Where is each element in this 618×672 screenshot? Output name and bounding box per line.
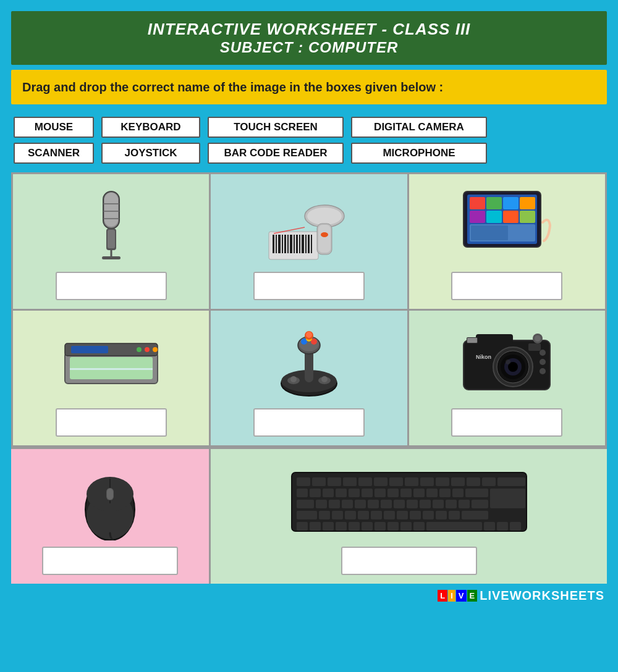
keyboard-icon: [286, 460, 533, 540]
joystick-icon: [269, 322, 349, 402]
svg-rect-127: [433, 500, 444, 508]
svg-rect-101: [497, 477, 525, 486]
svg-rect-37: [486, 211, 502, 223]
watermark-text: LIVEWORKSHEETS: [480, 589, 604, 603]
svg-rect-1: [104, 193, 118, 227]
svg-rect-74: [467, 338, 477, 343]
joystick-image-area: [269, 322, 349, 402]
svg-rect-20: [302, 235, 304, 253]
cell-keyboard: [211, 449, 607, 584]
svg-rect-137: [371, 511, 382, 519]
svg-rect-125: [407, 500, 418, 508]
svg-rect-15: [287, 235, 289, 253]
svg-rect-150: [362, 522, 373, 531]
drop-box-touchscreen[interactable]: [451, 272, 562, 300]
svg-rect-103: [310, 489, 321, 497]
svg-rect-110: [400, 489, 412, 497]
mouse-image-area: [70, 460, 150, 540]
svg-rect-95: [405, 477, 418, 486]
svg-rect-32: [470, 197, 485, 209]
svg-rect-124: [394, 500, 405, 508]
svg-rect-11: [276, 235, 277, 253]
svg-rect-89: [312, 477, 326, 486]
live-l: L: [438, 590, 447, 602]
svg-rect-97: [436, 477, 449, 486]
svg-rect-93: [374, 477, 387, 486]
svg-rect-142: [436, 511, 447, 519]
word-scanner[interactable]: SCANNER: [14, 143, 94, 164]
live-e: E: [467, 590, 478, 602]
svg-rect-129: [459, 500, 470, 508]
svg-rect-133: [319, 511, 330, 519]
word-touch-screen[interactable]: TOUCH SCREEN: [208, 117, 344, 138]
svg-rect-152: [387, 522, 399, 531]
word-digital-camera[interactable]: DIGITAL CAMERA: [351, 117, 487, 138]
svg-rect-151: [375, 522, 386, 531]
live-i: I: [448, 590, 455, 602]
svg-point-28: [321, 232, 328, 237]
instruction-box: Drag and drop the correct name of the im…: [11, 70, 607, 104]
mouse-icon: [70, 460, 150, 540]
instruction-text: Drag and drop the correct name of the im…: [22, 80, 443, 94]
svg-rect-147: [323, 522, 334, 531]
svg-rect-91: [343, 477, 357, 486]
drop-box-mouse[interactable]: [42, 547, 178, 575]
header-title: INTERACTIVE WORKSHEET - CLASS III: [17, 20, 601, 39]
svg-rect-18: [296, 235, 298, 253]
drop-box-scanner[interactable]: [56, 408, 167, 437]
svg-rect-22: [308, 235, 310, 253]
svg-rect-21: [305, 235, 307, 253]
svg-rect-140: [410, 511, 421, 519]
svg-rect-6: [108, 230, 115, 248]
svg-point-54: [290, 376, 297, 382]
live-v: V: [456, 590, 467, 602]
svg-point-25: [307, 208, 342, 225]
svg-point-80: [540, 368, 546, 374]
svg-rect-108: [375, 489, 386, 497]
svg-rect-123: [381, 500, 392, 508]
scanner-image-area: [59, 322, 164, 402]
drop-box-camera[interactable]: [451, 408, 562, 437]
svg-rect-112: [426, 489, 438, 497]
svg-rect-8: [102, 256, 121, 259]
drop-box-joystick[interactable]: [253, 408, 365, 437]
svg-rect-118: [316, 500, 327, 508]
word-bar-code-reader[interactable]: BAR CODE READER: [208, 143, 344, 164]
svg-rect-102: [297, 489, 308, 497]
drop-box-barcode[interactable]: [253, 272, 365, 300]
svg-rect-46: [70, 368, 153, 370]
svg-rect-39: [520, 211, 535, 223]
drop-box-microphone[interactable]: [56, 272, 167, 300]
svg-rect-141: [423, 511, 434, 519]
header-subtitle: SUBJECT : COMPUTER: [17, 39, 601, 56]
word-joystick[interactable]: JOYSTICK: [101, 143, 200, 164]
word-mouse[interactable]: MOUSE: [14, 117, 94, 138]
svg-rect-139: [397, 511, 408, 519]
word-microphone[interactable]: MICROPHONE: [351, 143, 487, 164]
svg-rect-109: [387, 489, 399, 497]
svg-rect-104: [323, 489, 334, 497]
svg-rect-12: [278, 235, 281, 253]
svg-rect-23: [311, 235, 312, 253]
svg-rect-99: [467, 477, 480, 486]
svg-rect-35: [520, 197, 535, 209]
svg-rect-92: [358, 477, 372, 486]
cell-camera: Nikon: [409, 311, 605, 445]
svg-rect-156: [484, 522, 495, 531]
cell-mouse: [11, 449, 209, 584]
microphone-image-area: [74, 185, 148, 266]
keyboard-image-area: [286, 460, 533, 540]
svg-rect-16: [290, 235, 292, 253]
svg-rect-130: [472, 500, 488, 508]
svg-rect-144: [462, 511, 488, 519]
watermark: L I V E LIVEWORKSHEETS: [11, 584, 607, 603]
device-grid: Nikon: [11, 172, 607, 449]
drop-box-keyboard[interactable]: [341, 547, 477, 575]
svg-rect-14: [284, 235, 286, 253]
word-keyboard[interactable]: KEYBOARD: [101, 117, 200, 138]
word-bank: MOUSE KEYBOARD TOUCH SCREEN DIGITAL CAME…: [11, 113, 607, 172]
camera-icon: Nikon: [457, 325, 556, 399]
svg-rect-94: [389, 477, 403, 486]
svg-rect-41: [471, 225, 508, 240]
cell-scanner: [13, 311, 209, 445]
